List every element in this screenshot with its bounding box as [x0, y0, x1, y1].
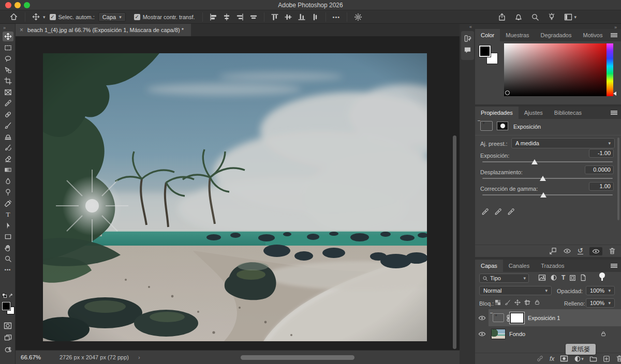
slider-thumb[interactable] [531, 159, 538, 164]
zoom-level[interactable]: 66.67% [21, 351, 41, 364]
foreground-swatch[interactable] [479, 46, 491, 57]
visibility-eye-icon[interactable] [589, 247, 602, 255]
fill-dropdown[interactable]: 100%▾ [586, 298, 615, 308]
align-top-icon[interactable] [268, 13, 282, 21]
close-tab-icon[interactable]: × [20, 26, 23, 34]
properties-scrollbar[interactable] [617, 138, 619, 220]
filter-image-icon[interactable] [538, 274, 546, 281]
tool-dodge[interactable] [0, 187, 16, 198]
filter-toggle-pin[interactable] [599, 272, 605, 278]
show-transform-checkbox[interactable]: ✓ [134, 14, 140, 20]
tool-frame[interactable] [0, 87, 16, 98]
tab-canales[interactable]: Canales [503, 260, 535, 272]
align-bottom-icon[interactable] [295, 13, 308, 21]
color-field[interactable] [504, 43, 613, 96]
notifications-bell-icon[interactable] [514, 13, 523, 21]
tab-propiedades[interactable]: Propiedades [475, 107, 519, 119]
tool-crop[interactable] [0, 75, 16, 87]
preset-dropdown[interactable]: A medida▾ [511, 138, 615, 148]
tool-zoom[interactable] [0, 253, 16, 265]
layer-name[interactable]: Exposición 1 [528, 315, 560, 321]
exposure-slider[interactable] [482, 161, 613, 162]
clip-to-layer-icon[interactable] [549, 247, 557, 255]
tool-eyedropper[interactable] [0, 98, 16, 109]
move-tool-caret[interactable]: ▾ [43, 14, 46, 20]
slider-thumb[interactable] [540, 192, 546, 198]
gamma-value[interactable]: 1.00 [589, 182, 614, 191]
tool-history-brush[interactable] [0, 142, 16, 154]
history-panel-icon[interactable] [464, 35, 472, 42]
tool-clone-stamp[interactable] [0, 131, 16, 143]
delete-adjustment-trash-icon[interactable] [609, 247, 616, 255]
foreground-swatch[interactable] [2, 302, 10, 310]
new-adjustment-layer-icon[interactable]: ▾ [574, 355, 584, 362]
black-point-eyedropper-icon[interactable] [481, 208, 489, 216]
color-field-marker[interactable] [505, 90, 510, 95]
tab-degradados[interactable]: Degradados [535, 29, 578, 41]
lock-position-icon[interactable] [514, 299, 521, 306]
tool-marquee[interactable] [0, 42, 16, 54]
layer-name[interactable]: Fondo [509, 331, 525, 337]
delete-layer-trash-icon[interactable] [616, 355, 621, 362]
tool-gradient[interactable] [0, 164, 16, 176]
discover-lightbulb-icon[interactable] [548, 13, 556, 21]
lock-transparency-icon[interactable] [495, 299, 501, 306]
lock-artboard-icon[interactable] [524, 299, 530, 306]
hue-slider[interactable] [607, 43, 613, 96]
tool-healing-brush[interactable] [0, 109, 16, 120]
lock-pixels-brush-icon[interactable] [505, 299, 511, 306]
comments-panel-icon[interactable] [464, 47, 471, 54]
reset-defaults-icon[interactable]: ↺ [578, 248, 583, 254]
tab-muestras[interactable]: Muestras [500, 29, 535, 41]
status-chevron-icon[interactable]: › [138, 351, 140, 364]
more-options-icon[interactable]: ••• [330, 14, 344, 20]
tool-blur[interactable] [0, 176, 16, 187]
white-point-eyedropper-icon[interactable] [507, 208, 515, 216]
align-left-icon[interactable] [206, 13, 220, 21]
screen-mode-icon[interactable] [0, 332, 16, 344]
tool-brush[interactable] [0, 120, 16, 131]
edit-toolbar-icon[interactable]: ••• [0, 265, 16, 276]
layer-filter-dropdown[interactable]: Tipo ▾ [479, 274, 529, 283]
align-middle-vertical-icon[interactable] [282, 13, 295, 21]
tab-ajustes[interactable]: Ajustes [519, 107, 549, 119]
home-icon[interactable] [6, 12, 21, 21]
swap-colors-icon[interactable] [9, 293, 14, 299]
tool-lasso[interactable] [0, 53, 16, 65]
align-right-icon[interactable] [233, 13, 247, 21]
offset-slider[interactable] [482, 178, 613, 179]
workspace-switcher-icon[interactable]: ▾ [564, 13, 576, 21]
add-layer-mask-icon[interactable] [560, 355, 568, 362]
move-tool-icon[interactable] [29, 13, 43, 21]
canvas-image[interactable] [43, 53, 427, 341]
default-colors-icon[interactable] [2, 293, 7, 298]
layer-visibility-eye-icon[interactable] [475, 331, 489, 337]
layer-mask-icon[interactable] [497, 122, 508, 130]
share-icon[interactable] [498, 13, 506, 21]
layer-styles-fx-icon[interactable]: fx [550, 355, 554, 362]
document-tab[interactable]: × beach 1_(4).jpg al 66.7% (Exposición 1… [16, 24, 191, 36]
tab-motivos[interactable]: Motivos [577, 29, 608, 41]
slider-thumb[interactable] [540, 176, 546, 181]
canvas-vertical-scrollbar[interactable] [453, 135, 456, 349]
workspace-settings-gear-icon[interactable] [351, 13, 365, 21]
tool-hand[interactable] [0, 242, 16, 254]
tool-path-select[interactable] [0, 220, 16, 232]
tab-color[interactable]: Color [475, 29, 500, 41]
auto-select-checkbox[interactable]: ✓ [50, 14, 56, 20]
blend-mode-dropdown[interactable]: Normal▾ [479, 286, 552, 295]
color-panel-swatches[interactable] [479, 46, 500, 66]
opacity-dropdown[interactable]: 100%▾ [586, 286, 615, 295]
layer-thumbnail[interactable] [491, 329, 506, 339]
tool-eraser[interactable] [0, 154, 16, 165]
lock-all-icon[interactable] [534, 299, 540, 306]
collapse-toolbar-icon[interactable]: » [0, 25, 15, 31]
tool-type[interactable]: T [0, 209, 16, 220]
hue-slider-marker[interactable] [613, 92, 616, 96]
tab-trazados[interactable]: Trazados [535, 260, 570, 272]
tool-move[interactable] [0, 31, 16, 42]
panel-menu-icon[interactable] [611, 111, 617, 115]
filter-smart-object-icon[interactable] [580, 274, 586, 281]
filter-shape-icon[interactable] [569, 275, 576, 281]
canvas-area[interactable] [16, 36, 460, 350]
